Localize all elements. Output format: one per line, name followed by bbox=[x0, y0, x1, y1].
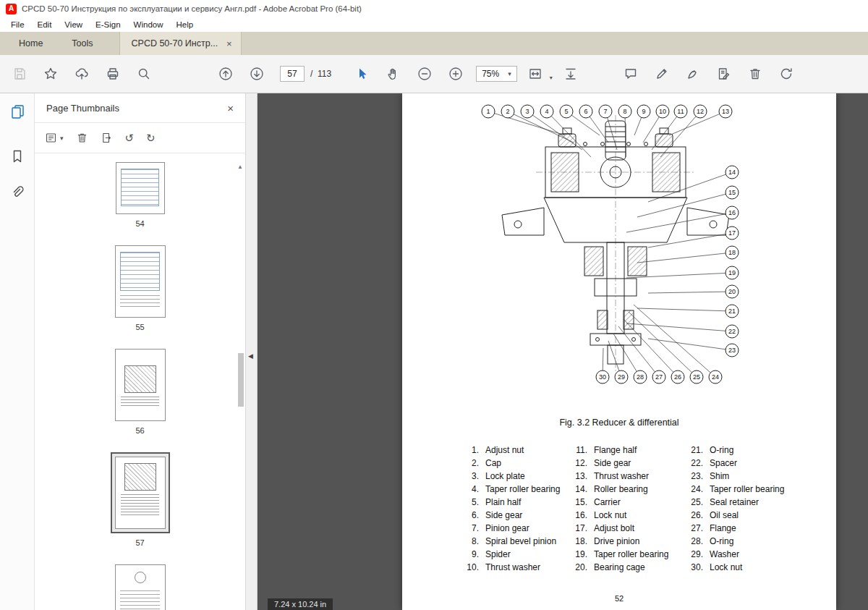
title-bar: A CPCD 50-70 Инструкция по эксплуатации … bbox=[0, 0, 868, 17]
rotate-ccw-button[interactable]: ↺ bbox=[125, 132, 135, 143]
thumbnail-preview[interactable] bbox=[116, 162, 165, 214]
parts-item: 12.Side gear bbox=[571, 457, 668, 470]
menu-edit[interactable]: Edit bbox=[31, 19, 59, 30]
find-button[interactable] bbox=[132, 62, 156, 86]
svg-text:18: 18 bbox=[728, 249, 736, 256]
parts-item: 6.Side gear bbox=[463, 509, 560, 522]
svg-text:15: 15 bbox=[728, 189, 736, 196]
page-size-tooltip: 7.24 x 10.24 in bbox=[268, 598, 333, 610]
window-title: CPCD 50-70 Инструкция по эксплуатации и … bbox=[22, 4, 362, 13]
panel-header: Page Thumbnails × bbox=[35, 93, 245, 123]
svg-text:3: 3 bbox=[525, 108, 529, 115]
fit-width-caret-icon[interactable]: ▾ bbox=[550, 75, 553, 81]
parts-item: 29.Washer bbox=[687, 548, 784, 561]
page-thumbnails-rail-button[interactable] bbox=[7, 101, 28, 122]
fit-page-button[interactable] bbox=[558, 62, 583, 86]
print-button[interactable] bbox=[101, 62, 125, 86]
thumbnail-page-number: 55 bbox=[135, 323, 144, 331]
parts-list-column-2: 11.Flange half12.Side gear13.Thrust wash… bbox=[571, 444, 668, 574]
tab-home[interactable]: Home bbox=[4, 32, 57, 55]
collapse-panel-icon[interactable]: ◀ bbox=[248, 352, 253, 360]
svg-text:12: 12 bbox=[697, 108, 704, 115]
svg-text:16: 16 bbox=[728, 209, 736, 216]
menu-file[interactable]: File bbox=[4, 19, 31, 30]
thumbnail-options-button[interactable]: ▾ bbox=[45, 132, 64, 144]
highlight-button[interactable] bbox=[650, 62, 674, 86]
thumbnail-page-58[interactable]: 58 bbox=[115, 564, 166, 610]
rotate-pages-button[interactable] bbox=[774, 62, 799, 86]
bookmarks-rail-button[interactable] bbox=[7, 145, 28, 167]
parts-item: 8.Spiral bevel pinion bbox=[463, 535, 560, 548]
comment-button[interactable] bbox=[618, 62, 643, 86]
fit-width-button[interactable] bbox=[523, 62, 548, 86]
thumbnail-preview[interactable] bbox=[115, 457, 166, 529]
panel-scrollbar-thumb[interactable] bbox=[238, 353, 244, 407]
svg-text:10: 10 bbox=[659, 108, 666, 115]
fill-sign-button[interactable] bbox=[712, 62, 736, 86]
main-toolbar: / 113 75% ▾ ▾ bbox=[0, 55, 868, 93]
menu-help[interactable]: Help bbox=[170, 19, 200, 30]
hand-tool-button[interactable] bbox=[381, 62, 406, 86]
svg-text:11: 11 bbox=[677, 108, 684, 115]
thumbnail-page-55[interactable]: 55 bbox=[115, 245, 166, 331]
tab-tools[interactable]: Tools bbox=[57, 32, 107, 55]
tab-close-icon[interactable]: × bbox=[226, 38, 232, 49]
reducer-differential-diagram: 1234567891011121314151617181920212223302… bbox=[402, 93, 836, 397]
figure-caption: Fig. 3.2 Reducer & differential bbox=[402, 418, 836, 428]
delete-page-button[interactable] bbox=[76, 132, 88, 144]
page-up-button[interactable] bbox=[213, 62, 238, 86]
thumbnail-preview[interactable] bbox=[115, 245, 166, 318]
scroll-up-icon[interactable]: ▲ bbox=[237, 164, 243, 170]
thumbnail-page-57[interactable]: 57 bbox=[111, 452, 170, 547]
thumbnail-page-number: 57 bbox=[135, 538, 144, 547]
svg-text:7: 7 bbox=[603, 108, 607, 115]
menu-view[interactable]: View bbox=[58, 19, 89, 30]
star-button[interactable] bbox=[38, 62, 63, 86]
chevron-down-icon: ▾ bbox=[60, 135, 64, 142]
svg-text:25: 25 bbox=[693, 373, 700, 381]
select-tool-button[interactable] bbox=[350, 62, 375, 86]
thumbnail-preview[interactable] bbox=[115, 564, 166, 610]
panel-splitter[interactable]: ◀ bbox=[246, 93, 258, 610]
tab-bar: Home Tools CPCD 50-70 Инстр... × bbox=[0, 32, 868, 55]
zoom-in-button[interactable] bbox=[443, 62, 468, 86]
tab-document[interactable]: CPCD 50-70 Инстр... × bbox=[119, 32, 242, 55]
rotate-cw-button[interactable]: ↻ bbox=[146, 132, 156, 143]
thumbnail-page-54[interactable]: 54 bbox=[116, 162, 165, 228]
menu-window[interactable]: Window bbox=[127, 19, 170, 30]
svg-text:19: 19 bbox=[728, 269, 736, 276]
delete-pages-button[interactable] bbox=[743, 62, 767, 86]
page-number-input[interactable] bbox=[280, 66, 305, 82]
thumbnail-page-56[interactable]: 56 bbox=[115, 349, 166, 435]
thumbnail-preview[interactable] bbox=[115, 349, 166, 421]
assembly-drawing bbox=[502, 115, 729, 372]
svg-text:22: 22 bbox=[728, 328, 736, 335]
svg-text:29: 29 bbox=[618, 373, 625, 381]
panel-close-icon[interactable]: × bbox=[227, 102, 234, 114]
svg-text:20: 20 bbox=[728, 288, 736, 295]
thumbnail-list: 54 55 56 57 58 bbox=[35, 153, 245, 610]
parts-item: 26.Oil seal bbox=[687, 509, 784, 522]
zoom-level-select[interactable]: 75% ▾ bbox=[476, 66, 517, 82]
attachments-rail-button[interactable] bbox=[7, 182, 28, 203]
parts-list-column-1: 1.Adjust nut2.Cap3.Lock plate4.Taper rol… bbox=[463, 444, 560, 574]
parts-item: 14.Roller bearing bbox=[571, 483, 668, 496]
svg-text:17: 17 bbox=[728, 229, 736, 237]
thumbnail-page-number: 56 bbox=[135, 426, 144, 435]
document-view[interactable]: 1234567891011121314151617181920212223302… bbox=[258, 93, 868, 610]
cloud-upload-button[interactable] bbox=[69, 62, 94, 86]
svg-text:9: 9 bbox=[642, 108, 645, 115]
content-region: Page Thumbnails × ▾ ↺ ↻ bbox=[0, 93, 868, 610]
svg-text:26: 26 bbox=[674, 373, 681, 381]
zoom-out-button[interactable] bbox=[412, 62, 437, 86]
tab-document-label: CPCD 50-70 Инстр... bbox=[132, 38, 218, 48]
svg-text:14: 14 bbox=[728, 169, 736, 176]
chevron-down-icon: ▾ bbox=[508, 70, 511, 77]
menu-esign[interactable]: E-Sign bbox=[89, 19, 127, 30]
sign-button[interactable] bbox=[681, 62, 705, 86]
save-button[interactable] bbox=[7, 62, 32, 86]
svg-text:23: 23 bbox=[728, 347, 736, 354]
svg-text:8: 8 bbox=[623, 108, 626, 115]
page-down-button[interactable] bbox=[244, 62, 269, 86]
extract-page-button[interactable] bbox=[101, 132, 113, 144]
